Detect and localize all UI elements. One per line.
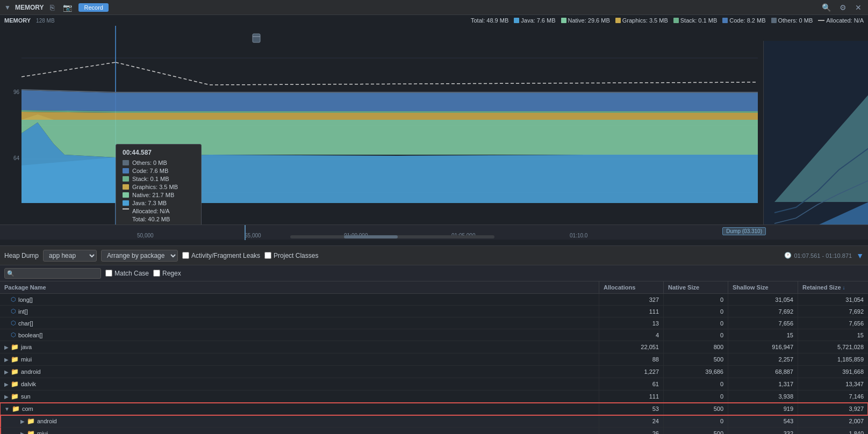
retained-val-com-android: 2,007: [849, 418, 864, 424]
tooltip-code-swatch: [123, 168, 129, 173]
regex-label[interactable]: Regex: [153, 270, 181, 277]
timeline-drag-handle[interactable]: [245, 225, 246, 240]
expand-arrow-android[interactable]: ▶: [4, 369, 9, 375]
filter-icon[interactable]: ▼: [856, 251, 864, 260]
camera-button[interactable]: 📷: [61, 3, 74, 12]
array-icon-boolean: ⬡: [11, 331, 16, 338]
row-name-com-android: android: [37, 418, 57, 424]
td-alloc-com: 53: [599, 403, 664, 415]
settings-button[interactable]: ⚙: [837, 3, 849, 12]
memory-header: MEMORY 128 MB Total: 48.9 MB Java: 7.6 M…: [0, 15, 868, 26]
bottom-section: Heap Dump app heap image heap zygote hea…: [0, 246, 868, 434]
retained-val-android: 391,668: [842, 368, 864, 375]
legend-code: Code: 8.2 MB: [722, 17, 765, 24]
td-name-com-android[interactable]: ▶ 📁 android: [1, 415, 599, 427]
search-top-button[interactable]: 🔍: [820, 3, 833, 12]
th-package-name-label: Package Name: [4, 284, 46, 291]
td-native-long: 0: [664, 294, 728, 305]
expand-arrow-java[interactable]: ▶: [4, 344, 9, 350]
expand-arrow-com-android[interactable]: ▶: [20, 418, 25, 424]
match-case-checkbox[interactable]: [105, 270, 112, 277]
tooltip-total-row: Total: 40.2 MB: [123, 216, 195, 222]
regex-checkbox[interactable]: [153, 270, 160, 277]
regex-text: Regex: [162, 270, 181, 277]
tooltip-code-label: Code: 7.6 MB: [132, 168, 168, 174]
tooltip-native-row: Native: 21.7 MB: [123, 192, 195, 198]
th-retained-size[interactable]: Retained Size ↓: [798, 281, 868, 293]
heap-toolbar: Heap Dump app heap image heap zygote hea…: [0, 246, 868, 265]
native-legend-dot: [561, 18, 566, 23]
td-name-android[interactable]: ▶ 📁 android: [0, 366, 599, 378]
td-name-java[interactable]: ▶ 📁 java: [0, 341, 599, 353]
record-button[interactable]: Record: [78, 3, 108, 12]
td-alloc-dalvik: 61: [599, 378, 664, 390]
tooltip-native-label: Native: 21.7 MB: [132, 192, 174, 198]
expand-arrow-com[interactable]: ▼: [4, 406, 10, 412]
activity-leaks-checkbox[interactable]: [182, 252, 189, 259]
timeline-scrollbar-thumb[interactable]: [344, 235, 398, 238]
td-alloc-long: 327: [599, 294, 664, 305]
legend-allocated: Allocated: N/A: [818, 17, 864, 24]
heap-select[interactable]: app heap image heap zygote heap: [43, 250, 97, 262]
th-native-size[interactable]: Native Size: [664, 281, 728, 293]
td-name-sun[interactable]: ▶ 📁 sun: [0, 390, 599, 402]
td-alloc-miui: 88: [599, 353, 664, 365]
tooltip-graphics-swatch: [123, 184, 129, 190]
svg-rect-16: [253, 34, 260, 42]
java-legend-dot: [514, 18, 519, 23]
td-alloc-com-android: 24: [599, 415, 664, 427]
table-row-com-miui: ▶ 📁 miui 26 500 332 1,840: [0, 428, 868, 434]
code-legend-label: Code: 8.2 MB: [729, 17, 765, 24]
tooltip-others-swatch: [123, 160, 129, 165]
td-shallow-int: 7,692: [728, 306, 798, 317]
shallow-val-com: 919: [784, 406, 793, 412]
row-name-long: long[]: [18, 296, 33, 303]
tooltip-java-swatch: [123, 200, 129, 206]
timeline-scrollbar[interactable]: [290, 235, 494, 238]
alloc-val-android: 1,227: [644, 368, 659, 375]
alloc-val-sun: 111: [649, 393, 659, 400]
folder-icon-miui: 📁: [11, 356, 19, 363]
y-label-96: 96: [0, 89, 21, 95]
td-retained-com-android: 2,007: [798, 415, 868, 427]
shallow-val-java: 916,947: [772, 344, 793, 350]
td-shallow-boolean: 15: [728, 329, 798, 341]
svg-marker-12: [21, 89, 758, 93]
th-shallow-size[interactable]: Shallow Size: [728, 281, 798, 293]
project-classes-checkbox[interactable]: [264, 252, 271, 259]
td-name-miui[interactable]: ▶ 📁 miui: [0, 353, 599, 365]
memory-total: Total: 48.9 MB: [471, 17, 508, 24]
close-button[interactable]: ✕: [853, 3, 864, 12]
project-classes-checkbox-label[interactable]: Project Classes: [264, 252, 318, 259]
activity-leaks-checkbox-label[interactable]: Activity/Fragment Leaks: [182, 252, 260, 259]
td-name-dalvik[interactable]: ▶ 📁 dalvik: [0, 378, 599, 390]
copy-button[interactable]: ⎘: [48, 3, 56, 12]
arrange-select[interactable]: Arrange by package Arrange by class Arra…: [101, 250, 178, 262]
th-allocations[interactable]: Allocations: [599, 281, 664, 293]
memory-section: MEMORY 128 MB Total: 48.9 MB Java: 7.6 M…: [0, 15, 868, 246]
legend-others: Others: 0 MB: [771, 17, 813, 24]
expand-arrow-dalvik[interactable]: ▶: [4, 381, 9, 387]
alloc-val-java: 22,051: [641, 344, 659, 350]
folder-icon-dalvik: 📁: [11, 380, 19, 388]
retained-val-miui: 1,185,859: [837, 356, 864, 363]
folder-icon-android: 📁: [11, 368, 19, 375]
row-name-boolean: boolean[]: [18, 332, 42, 338]
th-package-name[interactable]: Package Name: [0, 281, 599, 293]
search-input[interactable]: [4, 268, 101, 279]
expand-arrow-miui[interactable]: ▶: [4, 357, 9, 363]
native-val-java: 800: [714, 344, 723, 350]
td-native-com-miui: 500: [664, 428, 728, 434]
shallow-val-com-miui: 332: [784, 430, 793, 434]
td-native-com: 500: [664, 403, 728, 415]
shallow-val-long: 31,054: [775, 296, 793, 303]
others-legend-label: Others: 0 MB: [778, 17, 813, 24]
expand-arrow-com-miui[interactable]: ▶: [20, 431, 25, 435]
td-name-com-miui[interactable]: ▶ 📁 miui: [1, 428, 599, 434]
graphics-legend-dot: [615, 18, 621, 23]
others-legend-dot: [771, 18, 777, 23]
alloc-val-dalvik: 61: [652, 381, 659, 387]
match-case-label[interactable]: Match Case: [105, 270, 149, 277]
td-name-com[interactable]: ▼ 📁 com: [0, 403, 599, 415]
expand-arrow-sun[interactable]: ▶: [4, 394, 9, 400]
